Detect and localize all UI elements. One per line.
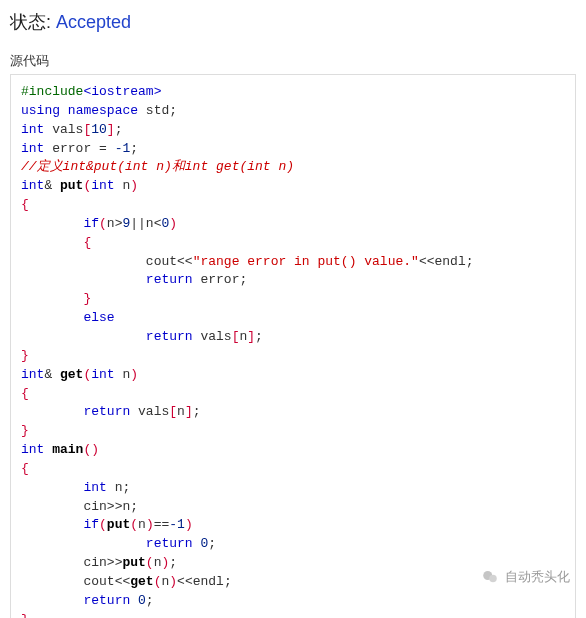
code-token: error; xyxy=(193,272,248,287)
code-token: ] xyxy=(247,329,255,344)
code-token: return xyxy=(146,329,193,344)
code-token: ) xyxy=(146,517,154,532)
code-token: ) xyxy=(130,367,138,382)
code-token: ; xyxy=(255,329,263,344)
code-token: error = xyxy=(44,141,114,156)
code-token: #include xyxy=(21,84,83,99)
code-token: } xyxy=(21,612,29,618)
code-token: { xyxy=(21,461,29,476)
code-token: ( xyxy=(130,517,138,532)
code-token: cout<< xyxy=(146,254,193,269)
code-token: { xyxy=(21,386,29,401)
status-line: 状态: Accepted xyxy=(10,10,576,34)
code-token: ) xyxy=(185,517,193,532)
code-comment: //定义int&put(int n)和int get(int n) xyxy=(21,159,294,174)
watermark: 自动秃头化 xyxy=(481,568,570,586)
code-token: ; xyxy=(193,404,201,419)
code-token: ] xyxy=(107,122,115,137)
code-token: } xyxy=(21,348,29,363)
code-token: -1 xyxy=(115,141,131,156)
code-token: -1 xyxy=(169,517,185,532)
code-token: == xyxy=(154,517,170,532)
code-token: if xyxy=(83,216,99,231)
code-token: int xyxy=(21,442,44,457)
code-token: int xyxy=(21,178,44,193)
code-token: n> xyxy=(107,216,123,231)
code-token: ||n< xyxy=(130,216,161,231)
code-token: int xyxy=(91,367,114,382)
code-token: else xyxy=(83,310,114,325)
code-token: vals xyxy=(44,122,83,137)
code-token: n xyxy=(115,367,131,382)
code-token: "range error in put() value." xyxy=(193,254,419,269)
code-token: ] xyxy=(185,404,193,419)
code-token: cin>>n; xyxy=(83,499,138,514)
code-token: get xyxy=(60,367,83,382)
code-token: int xyxy=(83,480,106,495)
code-token: ; xyxy=(130,141,138,156)
code-token: ( xyxy=(146,555,154,570)
code-token: n xyxy=(177,404,185,419)
code-token: & xyxy=(44,178,60,193)
wechat-icon xyxy=(481,568,499,586)
code-token: namespace xyxy=(68,103,138,118)
code-token: <iostream> xyxy=(83,84,161,99)
code-token: ) xyxy=(169,574,177,589)
code-token: if xyxy=(83,517,99,532)
code-token: using xyxy=(21,103,60,118)
code-token: } xyxy=(83,291,91,306)
code-token: return xyxy=(146,272,193,287)
source-code-heading: 源代码 xyxy=(10,52,576,70)
code-token: n xyxy=(115,178,131,193)
code-token: <<endl; xyxy=(419,254,474,269)
code-token: return xyxy=(83,404,130,419)
code-token: int xyxy=(21,141,44,156)
code-token: put xyxy=(60,178,83,193)
code-token: return xyxy=(83,593,130,608)
code-token: ) xyxy=(91,442,99,457)
code-token: n; xyxy=(107,480,130,495)
status-label: 状态: xyxy=(10,12,51,32)
code-token: & xyxy=(44,367,60,382)
code-token: ) xyxy=(169,216,177,231)
code-token: vals xyxy=(130,404,169,419)
code-token: ) xyxy=(130,178,138,193)
code-token: ; xyxy=(169,555,177,570)
code-token: 10 xyxy=(91,122,107,137)
code-token: ; xyxy=(208,536,216,551)
status-value: Accepted xyxy=(56,12,131,32)
code-token: <<endl; xyxy=(177,574,232,589)
code-token: put xyxy=(107,517,130,532)
code-token xyxy=(130,593,138,608)
source-code-block: #include<iostream> using namespace std; … xyxy=(10,74,576,618)
code-token: main xyxy=(52,442,83,457)
svg-point-1 xyxy=(489,575,497,583)
code-token: int xyxy=(21,367,44,382)
code-token: cin>> xyxy=(83,555,122,570)
code-token: get xyxy=(130,574,153,589)
code-token: ; xyxy=(146,593,154,608)
code-token: ; xyxy=(115,122,123,137)
code-token: { xyxy=(21,197,29,212)
code-token: cout<< xyxy=(83,574,130,589)
code-token: } xyxy=(21,423,29,438)
code-token: [ xyxy=(169,404,177,419)
code-token: put xyxy=(122,555,145,570)
code-token: n xyxy=(138,517,146,532)
code-token: int xyxy=(21,122,44,137)
code-token: ( xyxy=(99,216,107,231)
watermark-text: 自动秃头化 xyxy=(505,568,570,586)
code-token: return xyxy=(146,536,193,551)
code-token: std; xyxy=(138,103,177,118)
code-token: ( xyxy=(99,517,107,532)
code-token: int xyxy=(91,178,114,193)
code-token: 0 xyxy=(138,593,146,608)
code-token: vals xyxy=(193,329,232,344)
code-token: { xyxy=(83,235,91,250)
